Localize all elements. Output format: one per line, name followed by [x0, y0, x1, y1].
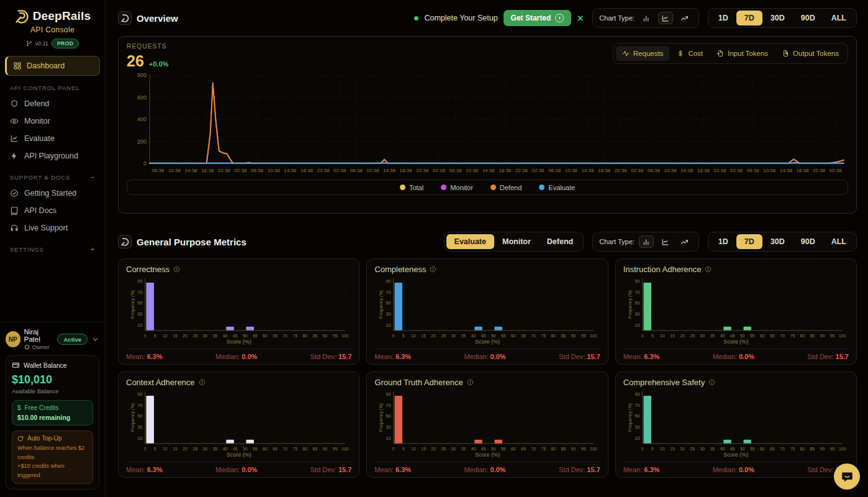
- svg-text:06:38: 06:38: [747, 168, 760, 173]
- toggle-defend-button[interactable]: Defend: [539, 234, 581, 249]
- svg-text:14:38: 14:38: [581, 168, 594, 173]
- metric-card-title: Correctness: [126, 265, 170, 274]
- svg-text:10:38: 10:38: [664, 168, 677, 173]
- sidebar-item-api-docs[interactable]: API Docs: [0, 202, 105, 219]
- svg-text:70: 70: [283, 334, 287, 338]
- svg-text:10:38: 10:38: [268, 168, 281, 173]
- section-toggle-icon[interactable]: +: [91, 245, 95, 253]
- svg-text:20: 20: [432, 447, 436, 451]
- sidebar-item-defend[interactable]: Defend: [0, 95, 105, 112]
- range-7d-button[interactable]: 7D: [736, 234, 762, 249]
- close-icon[interactable]: ✕: [577, 14, 584, 23]
- tab-input-tokens[interactable]: Input Tokens: [710, 46, 774, 61]
- svg-text:60: 60: [263, 447, 268, 451]
- svg-text:06:38: 06:38: [251, 168, 264, 173]
- line-chart-button[interactable]: [658, 235, 673, 248]
- line-chart-button[interactable]: [658, 12, 673, 24]
- get-started-button[interactable]: Get Started ›: [504, 10, 572, 26]
- sidebar-section-header[interactable]: API CONTROL PANEL: [0, 76, 105, 95]
- svg-text:55: 55: [253, 334, 258, 338]
- range-30d-button[interactable]: 30D: [762, 11, 793, 25]
- svg-text:Frequency (%): Frequency (%): [627, 403, 632, 432]
- sidebar-item-label: API Docs: [24, 206, 57, 215]
- info-icon[interactable]: [708, 379, 715, 386]
- setup-banner: Complete Your Setup Get Started › ✕: [414, 10, 584, 26]
- svg-text:80: 80: [551, 334, 556, 338]
- svg-text:75: 75: [541, 447, 546, 451]
- metrics-range-group: 1D7D30D90DALL: [708, 232, 857, 252]
- chevron-down-icon[interactable]: [91, 335, 99, 344]
- svg-text:10: 10: [660, 334, 665, 338]
- sidebar-item-getting-started[interactable]: Getting Started: [0, 185, 105, 202]
- svg-text:70: 70: [531, 447, 536, 451]
- svg-text:50: 50: [635, 300, 640, 306]
- tab-requests[interactable]: Requests: [616, 46, 670, 61]
- svg-text:90: 90: [137, 278, 142, 284]
- svg-text:30: 30: [202, 334, 207, 338]
- range-1d-button[interactable]: 1D: [710, 11, 736, 25]
- sidebar-item-monitor[interactable]: Monitor: [0, 112, 105, 130]
- range-30d-button[interactable]: 30D: [762, 234, 793, 249]
- svg-text:18:38: 18:38: [201, 168, 214, 173]
- sidebar-section-header[interactable]: SETTINGS+: [0, 237, 105, 257]
- info-icon[interactable]: [705, 266, 712, 273]
- range-all-button[interactable]: ALL: [823, 234, 854, 249]
- svg-text:5: 5: [154, 447, 156, 451]
- toggle-monitor-button[interactable]: Monitor: [494, 234, 539, 249]
- header-range-group: 1D7D30D90DALL: [708, 8, 857, 28]
- svg-text:Frequency (%): Frequency (%): [379, 403, 384, 432]
- svg-text:40: 40: [720, 447, 725, 451]
- sidebar-item-label: Getting Started: [24, 189, 76, 198]
- wallet-caption: Available Balance: [12, 388, 93, 394]
- svg-text:80: 80: [551, 447, 556, 451]
- svg-text:10:38: 10:38: [565, 168, 578, 173]
- range-all-button[interactable]: ALL: [823, 11, 854, 25]
- svg-text:90: 90: [137, 391, 142, 397]
- git-branch-icon: [26, 40, 32, 47]
- info-icon[interactable]: [199, 379, 206, 386]
- range-1d-button[interactable]: 1D: [710, 234, 736, 249]
- toggle-evaluate-button[interactable]: Evaluate: [446, 234, 494, 249]
- chart-legend: TotalMonitorDefendEvaluate: [127, 180, 848, 195]
- bar-chart-button[interactable]: [639, 12, 654, 24]
- svg-text:0: 0: [144, 334, 147, 338]
- svg-text:02:38: 02:38: [631, 168, 644, 173]
- section-toggle-icon[interactable]: −: [91, 173, 95, 181]
- tab-output-tokens[interactable]: Output Tokens: [775, 46, 845, 61]
- svg-text:18:38: 18:38: [400, 168, 413, 173]
- svg-text:55: 55: [750, 447, 755, 451]
- svg-text:22:38: 22:38: [615, 168, 628, 173]
- trending-up-button[interactable]: [677, 235, 692, 248]
- chat-launcher-button[interactable]: [834, 463, 860, 490]
- free-credits-box: $ Free Credits $10.00 remaining: [12, 400, 93, 426]
- sidebar-item-dashboard[interactable]: Dashboard: [5, 56, 100, 76]
- metric-card-title: Ground Truth Adherence: [374, 378, 463, 387]
- svg-text:75: 75: [541, 334, 546, 338]
- svg-text:20: 20: [432, 334, 436, 338]
- svg-text:06:38: 06:38: [350, 168, 363, 173]
- trending-up-button[interactable]: [677, 12, 692, 24]
- deeprails-mark-icon: [118, 11, 132, 25]
- info-icon[interactable]: [173, 266, 180, 273]
- legend-item-total: Total: [400, 184, 423, 191]
- range-90d-button[interactable]: 90D: [793, 234, 823, 249]
- svg-text:85: 85: [810, 447, 815, 451]
- sidebar-item-live-support[interactable]: Live Support: [0, 219, 105, 237]
- bar-chart-button[interactable]: [639, 235, 654, 248]
- brand-block: DeepRails API Console v0.11 PROD: [0, 9, 105, 48]
- sidebar-item-api-playground[interactable]: API Playground: [0, 147, 105, 165]
- sidebar-section-header[interactable]: SUPPORT & DOCS−: [0, 165, 105, 185]
- tab-cost[interactable]: Cost: [671, 46, 709, 61]
- sidebar-item-evaluate[interactable]: Evaluate: [0, 130, 105, 147]
- info-icon[interactable]: [467, 379, 474, 386]
- svg-text:70: 70: [283, 447, 287, 451]
- range-90d-button[interactable]: 90D: [793, 11, 823, 25]
- arrow-right-icon: ›: [555, 14, 564, 22]
- svg-text:5: 5: [402, 334, 405, 338]
- svg-text:10: 10: [137, 435, 142, 441]
- svg-text:10: 10: [660, 447, 665, 451]
- info-icon[interactable]: [430, 266, 436, 273]
- svg-text:14:38: 14:38: [680, 168, 694, 173]
- svg-text:100: 100: [341, 447, 349, 451]
- range-7d-button[interactable]: 7D: [736, 11, 762, 25]
